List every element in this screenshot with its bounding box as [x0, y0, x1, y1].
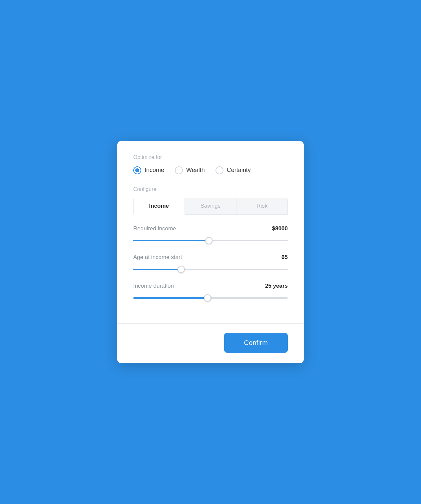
required-income-thumb[interactable]	[205, 237, 212, 244]
required-income-row: Required income $8000	[133, 225, 288, 232]
tabs: Income Savings Risk	[133, 198, 288, 215]
age-income-start-value: 65	[281, 254, 288, 261]
radio-label-wealth: Wealth	[186, 167, 205, 174]
required-income-label: Required income	[133, 225, 176, 232]
card-footer: Confirm	[117, 323, 304, 363]
configure-label: Configure	[133, 186, 288, 192]
income-duration-section: Income duration 25 years	[133, 283, 288, 302]
age-income-start-label: Age at income start	[133, 254, 182, 261]
tab-income[interactable]: Income	[133, 198, 185, 215]
income-duration-track-fill	[133, 297, 208, 299]
age-income-start-slider-container[interactable]	[133, 265, 288, 273]
radio-group: Income Wealth Certainty	[133, 166, 288, 174]
age-income-start-section: Age at income start 65	[133, 254, 288, 273]
radio-label-certainty: Certainty	[227, 167, 251, 174]
radio-option-wealth[interactable]: Wealth	[175, 166, 205, 174]
card-body: Optimize for Income Wealth Certainty Con…	[117, 141, 304, 323]
main-card: Optimize for Income Wealth Certainty Con…	[117, 141, 304, 363]
tab-savings[interactable]: Savings	[185, 198, 236, 214]
income-duration-value: 25 years	[265, 283, 288, 289]
radio-option-certainty[interactable]: Certainty	[215, 166, 251, 174]
required-income-section: Required income $8000	[133, 225, 288, 245]
radio-circle-income	[133, 166, 141, 174]
radio-circle-certainty	[215, 166, 223, 174]
age-income-start-row: Age at income start 65	[133, 254, 288, 261]
tab-risk[interactable]: Risk	[236, 198, 288, 214]
age-income-start-track-bg	[133, 269, 288, 270]
required-income-value: $8000	[272, 225, 288, 232]
optimize-label: Optimize for	[133, 154, 288, 160]
required-income-track-fill	[133, 240, 209, 241]
radio-label-income: Income	[145, 167, 164, 174]
income-duration-slider-container[interactable]	[133, 294, 288, 302]
required-income-slider-container[interactable]	[133, 237, 288, 245]
confirm-button[interactable]: Confirm	[224, 333, 288, 353]
age-income-start-thumb[interactable]	[178, 266, 185, 273]
income-duration-label: Income duration	[133, 283, 174, 289]
income-duration-row: Income duration 25 years	[133, 283, 288, 289]
radio-option-income[interactable]: Income	[133, 166, 164, 174]
income-duration-thumb[interactable]	[204, 294, 211, 302]
age-income-start-track-fill	[133, 269, 181, 270]
radio-circle-wealth	[175, 166, 183, 174]
